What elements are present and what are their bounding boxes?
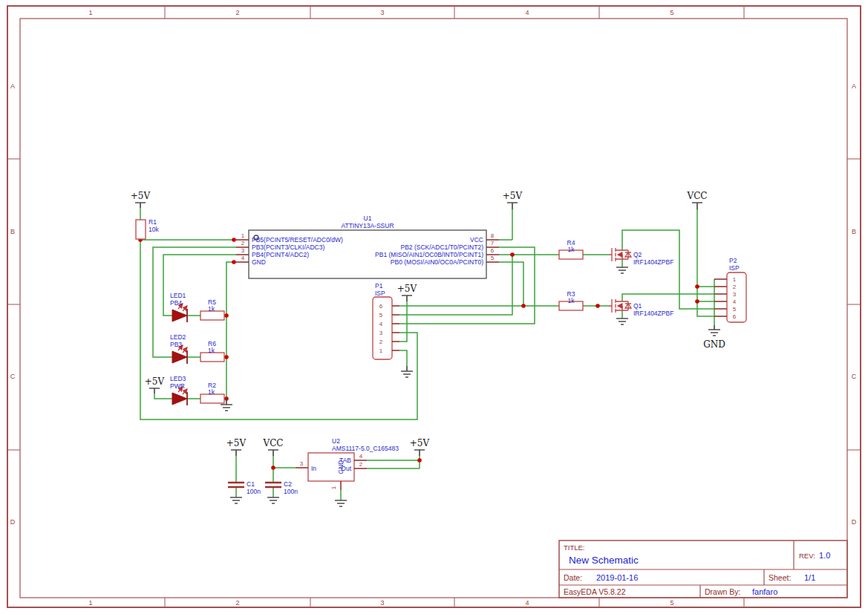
u1-pin-name: PB4(PCINT4/ADC2) bbox=[252, 251, 309, 258]
c1-ref: C1 bbox=[247, 480, 255, 488]
led2-net: PB3 bbox=[170, 341, 182, 348]
schematic-title: New Schematic bbox=[569, 555, 639, 566]
component-led1[interactable]: LED1 PB4 bbox=[170, 292, 187, 322]
u2-pin-num: 3 bbox=[300, 460, 304, 467]
net-label-5v: +5V bbox=[410, 438, 430, 448]
led3-ref: LED3 bbox=[170, 375, 186, 382]
net-label-vcc: VCC bbox=[686, 191, 707, 201]
u1-pin-name: GND bbox=[252, 258, 266, 266]
component-r1[interactable]: R1 10k bbox=[136, 218, 159, 239]
frame-row-label: A bbox=[852, 82, 856, 90]
frame-col-label: 3 bbox=[380, 599, 384, 607]
component-q1[interactable]: Q1 IRF1404ZPBF bbox=[609, 299, 673, 317]
title-label: TITLE: bbox=[564, 543, 585, 552]
drawn-by-value: fanfaro bbox=[752, 587, 777, 596]
net-label-vcc: VCC bbox=[262, 438, 283, 448]
component-u1[interactable]: U1 ATTINY13A-SSUR 1 2 3 4 PB5(PCINT5/RES… bbox=[236, 215, 499, 278]
schematic-canvas: 1 2 3 4 5 1 2 3 4 5 A B C D A B C D bbox=[0, 0, 868, 614]
u2-pin-name: GND bbox=[337, 460, 345, 474]
led2-ref: LED2 bbox=[170, 333, 186, 341]
net-label-5v: +5V bbox=[226, 438, 247, 448]
frame-row-label: C bbox=[852, 373, 857, 380]
frame-col-label: 3 bbox=[380, 9, 384, 16]
component-q2[interactable]: Q2 IRF1404ZPBF bbox=[609, 248, 673, 266]
u1-pin-num: 1 bbox=[241, 232, 245, 239]
r1-ref: R1 bbox=[149, 218, 157, 226]
u2-pin-num: 4 bbox=[359, 453, 363, 460]
net-label-gnd: GND bbox=[703, 339, 725, 350]
led1-ref: LED1 bbox=[170, 292, 186, 299]
u1-pin-num: 4 bbox=[241, 255, 245, 261]
r4-value: 1k bbox=[568, 246, 575, 253]
drawn-by-label: Drawn By: bbox=[705, 587, 740, 596]
u1-pin-name: PB1 (MISO/AIN1/OC0B/INT0/PCINT1) bbox=[375, 251, 483, 258]
date-value: 2019-01-16 bbox=[596, 573, 638, 582]
r6-value: 1k bbox=[208, 347, 215, 354]
frame-col-label: 4 bbox=[525, 9, 529, 16]
u1-pin-num: 7 bbox=[491, 240, 495, 246]
frame-col-label: 2 bbox=[235, 599, 239, 607]
frame-row-label: B bbox=[10, 228, 15, 235]
u1-part: ATTINY13A-SSUR bbox=[341, 222, 394, 229]
component-p2[interactable]: P2 ISP 1 2 3 4 5 6 bbox=[714, 257, 746, 322]
led3-net: PWR bbox=[170, 382, 185, 390]
u2-pin-num: 1 bbox=[330, 486, 337, 489]
r5-value: 1k bbox=[208, 305, 215, 313]
net-label-5v: +5V bbox=[503, 191, 523, 201]
p1-pin-num: 4 bbox=[379, 321, 383, 327]
frame-col-label: 5 bbox=[670, 599, 673, 607]
led1-net: PB4 bbox=[170, 299, 182, 307]
frame-col-label: 1 bbox=[88, 9, 92, 16]
c1-value: 100n bbox=[247, 488, 261, 495]
q2-part: IRF1404ZPBF bbox=[633, 258, 673, 266]
p1-pin-num: 6 bbox=[379, 303, 383, 310]
component-r2[interactable]: R2 1k bbox=[200, 382, 224, 403]
component-r5[interactable]: R5 1k bbox=[200, 298, 224, 320]
title-block: TITLE: New Schematic REV: 1.0 Date: 2019… bbox=[559, 540, 847, 598]
r1-value: 10k bbox=[149, 226, 159, 233]
frame-row-label: A bbox=[10, 82, 15, 90]
frame-row-label: D bbox=[852, 518, 857, 526]
p2-type: ISP bbox=[729, 264, 740, 272]
component-c2[interactable]: C2 100n bbox=[265, 480, 298, 495]
p2-pin-num: 5 bbox=[733, 306, 737, 313]
rev-label: REV: bbox=[799, 552, 815, 560]
frame-col-label: 2 bbox=[235, 9, 239, 16]
p1-pin-num: 5 bbox=[379, 312, 383, 319]
component-r4[interactable]: R4 1k bbox=[559, 239, 583, 259]
net-label-5v: +5V bbox=[131, 191, 151, 201]
u2-pin-num: 2 bbox=[359, 461, 363, 468]
component-led3[interactable]: LED3 PWR bbox=[170, 375, 187, 405]
r3-value: 1k bbox=[568, 297, 575, 304]
sheet-label: Sheet: bbox=[769, 573, 791, 582]
u1-pin-num: 8 bbox=[491, 232, 495, 239]
u2-part: AMS1117-5.0_C165483 bbox=[332, 445, 399, 452]
c2-ref: C2 bbox=[284, 480, 292, 488]
rev-value: 1.0 bbox=[819, 551, 830, 560]
net-label-5v: +5V bbox=[397, 284, 417, 294]
u1-pin-num: 2 bbox=[241, 240, 245, 246]
u1-pin-name: VCC bbox=[470, 236, 483, 244]
p1-pin-num: 2 bbox=[379, 339, 383, 345]
frame-row-label: C bbox=[10, 373, 16, 380]
component-r3[interactable]: R3 1k bbox=[559, 290, 583, 310]
component-r6[interactable]: R6 1k bbox=[200, 340, 224, 362]
u1-pin-num: 3 bbox=[241, 247, 245, 254]
ground-symbols[interactable] bbox=[221, 267, 720, 506]
component-p1[interactable]: P1 ISP 6 5 4 3 2 1 bbox=[373, 282, 399, 359]
component-c1[interactable]: C1 100n bbox=[228, 480, 261, 495]
component-u2[interactable]: U2 AMS1117-5.0_C165483 3 4 2 1 In TAB Ou… bbox=[296, 437, 399, 490]
component-led2[interactable]: LED2 PB3 bbox=[170, 333, 187, 364]
date-label: Date: bbox=[564, 573, 582, 582]
p2-ref: P2 bbox=[729, 257, 737, 264]
p1-pin-num: 1 bbox=[379, 347, 383, 354]
p1-ref: P1 bbox=[375, 282, 383, 290]
c2-value: 100n bbox=[284, 488, 298, 495]
u2-ref: U2 bbox=[332, 437, 340, 445]
q1-part: IRF1404ZPBF bbox=[633, 310, 673, 317]
q2-ref: Q2 bbox=[633, 251, 642, 258]
p2-pin-num: 1 bbox=[733, 276, 737, 283]
u1-pin-num: 6 bbox=[491, 247, 495, 254]
p2-pin-num: 4 bbox=[733, 298, 737, 305]
q1-ref: Q1 bbox=[633, 302, 642, 310]
